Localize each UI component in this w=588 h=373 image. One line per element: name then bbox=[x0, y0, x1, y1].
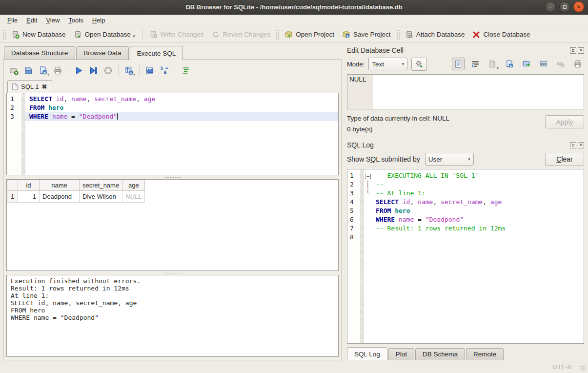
float-panel-button[interactable] bbox=[570, 142, 576, 148]
close-button[interactable]: ✕ bbox=[573, 1, 584, 12]
titlebar[interactable]: DB Browser for SQLite - /home/user/code/… bbox=[0, 0, 588, 15]
fold-margin[interactable]: − │ └ bbox=[364, 169, 372, 343]
table-row[interactable]: 1 1 Deadpond Dive Wilson NULL bbox=[7, 191, 145, 203]
tab-browse-data[interactable]: Browse Data bbox=[76, 46, 128, 60]
sql-line-2: FROM hero bbox=[25, 104, 338, 112]
apply-data-icon bbox=[522, 60, 531, 68]
log-filter-select[interactable]: User ▾ bbox=[425, 153, 474, 166]
revert-changes-button[interactable]: Revert Changes bbox=[208, 28, 275, 41]
cell-toolbar: ▾ bbox=[452, 58, 584, 70]
cell-editor[interactable]: NULL bbox=[347, 74, 584, 109]
column-header-id[interactable]: id bbox=[18, 180, 40, 191]
menu-view[interactable]: View bbox=[41, 15, 64, 25]
resize-grip[interactable] bbox=[580, 365, 586, 371]
save-sql-dropdown-icon[interactable]: ▾ bbox=[47, 73, 49, 77]
clear-log-button[interactable]: Clear bbox=[545, 153, 584, 166]
toolbar-drag-handle[interactable] bbox=[396, 29, 400, 40]
save-sql-file-button[interactable]: ▾ bbox=[37, 64, 49, 77]
sql-code-area[interactable]: SELECT id, name, secret_name, age FROM h… bbox=[25, 93, 338, 175]
menu-file[interactable]: File bbox=[3, 15, 22, 25]
open-link-button[interactable] bbox=[537, 58, 550, 70]
cell-id[interactable]: 1 bbox=[18, 191, 40, 203]
apply-button[interactable]: Apply bbox=[545, 115, 584, 128]
new-database-button[interactable]: New Database bbox=[7, 28, 70, 41]
toolbar-separator bbox=[142, 29, 142, 40]
mode-select[interactable]: Text ▾ bbox=[368, 58, 407, 70]
maximize-button[interactable] bbox=[559, 1, 570, 12]
gear-icon bbox=[415, 60, 424, 68]
left-pane: Database Structure Browse Data Execute S… bbox=[3, 45, 342, 360]
tab-db-schema[interactable]: DB Schema bbox=[415, 348, 465, 360]
write-changes-icon bbox=[149, 30, 158, 39]
save-project-button[interactable]: Save Project bbox=[338, 28, 395, 41]
open-database-dropdown-icon[interactable]: ▾ bbox=[133, 34, 135, 39]
menu-tools[interactable]: Tools bbox=[64, 15, 87, 25]
find-button[interactable] bbox=[143, 64, 156, 77]
close-panel-button[interactable]: ✕ bbox=[578, 142, 584, 148]
splitter-editor-results[interactable] bbox=[5, 175, 340, 179]
tab-execute-sql[interactable]: Execute SQL bbox=[130, 46, 183, 60]
execute-sql-panel: ▾ bbox=[3, 60, 342, 360]
save-results-button[interactable]: ▾ bbox=[122, 64, 135, 77]
toolbar-drag-handle[interactable] bbox=[276, 29, 279, 40]
attach-database-button[interactable]: Attach Database bbox=[401, 28, 469, 41]
float-panel-button[interactable] bbox=[570, 47, 576, 54]
close-panel-button[interactable]: ✕ bbox=[578, 47, 584, 54]
tab-database-structure[interactable]: Database Structure bbox=[4, 46, 75, 60]
sql-tabbar: SQL 1 ✖ bbox=[5, 79, 340, 93]
close-database-button[interactable]: Close Database bbox=[468, 29, 534, 41]
word-wrap-button[interactable] bbox=[469, 58, 482, 70]
cell-info-row: Type of data currently in cell: NULL 0 b… bbox=[346, 109, 585, 138]
auto-switch-mode-button[interactable] bbox=[411, 58, 427, 71]
tab-sql-log[interactable]: SQL Log bbox=[347, 347, 387, 360]
export-data-button[interactable] bbox=[503, 58, 516, 70]
tab-plot[interactable]: Plot bbox=[388, 348, 414, 360]
tab-remote[interactable]: Remote bbox=[466, 348, 504, 360]
project-save-icon bbox=[342, 30, 350, 39]
splitter-results-message[interactable] bbox=[5, 271, 340, 275]
cell-age[interactable]: NULL bbox=[122, 191, 145, 203]
execute-line-button[interactable] bbox=[87, 64, 100, 77]
import-data-button[interactable]: ▾ bbox=[486, 58, 499, 70]
sql-editor[interactable]: 1 2 3 SELECT id, name, secret_name, age … bbox=[6, 93, 339, 175]
execute-all-button[interactable] bbox=[72, 64, 85, 77]
toolbar-drag-handle[interactable] bbox=[2, 29, 6, 40]
row-number[interactable]: 1 bbox=[7, 191, 18, 203]
open-sql-file-button[interactable] bbox=[22, 64, 35, 77]
open-project-button[interactable]: Open Project bbox=[281, 28, 338, 41]
fold-collapse-icon[interactable]: − bbox=[365, 174, 371, 179]
save-results-dropdown-icon[interactable]: ▾ bbox=[133, 73, 135, 77]
sql-tab-1[interactable]: SQL 1 ✖ bbox=[7, 80, 52, 93]
menu-help[interactable]: Help bbox=[88, 15, 110, 25]
apply-cell-button[interactable] bbox=[520, 58, 533, 70]
print-cell-button[interactable] bbox=[571, 58, 584, 70]
new-sql-tab-button[interactable] bbox=[7, 64, 20, 77]
minimize-button[interactable]: – bbox=[545, 1, 556, 12]
open-database-button[interactable]: Open Database ▾ bbox=[70, 28, 139, 41]
cell-value: NULL bbox=[349, 76, 366, 83]
encoding-indicator[interactable]: UTF-8 bbox=[553, 363, 571, 371]
cell-name[interactable]: Deadpond bbox=[40, 191, 80, 203]
cell-secret-name[interactable]: Dive Wilson bbox=[80, 191, 122, 203]
close-sql-tab-icon[interactable]: ✖ bbox=[41, 83, 47, 90]
print-sql-button[interactable] bbox=[51, 64, 64, 77]
column-header-age[interactable]: age bbox=[122, 180, 145, 191]
write-changes-button[interactable]: Write Changes bbox=[145, 28, 208, 41]
sql-log-viewer[interactable]: 1 2 3 4 5 6 7 8 − │ └ bbox=[347, 169, 584, 344]
results-grid[interactable]: id name secret_name age 1 1 Deadpond Div… bbox=[6, 179, 339, 271]
format-sql-button[interactable] bbox=[179, 64, 192, 77]
text-mode-button[interactable] bbox=[452, 58, 465, 70]
replace-button[interactable]: ba bbox=[158, 64, 171, 77]
sql-line-3: WHERE name = "Deadpond" bbox=[25, 112, 338, 121]
sql-line-1: SELECT id, name, secret_name, age bbox=[25, 95, 338, 104]
set-null-button[interactable] bbox=[554, 58, 567, 70]
log-line: WHERE name = "Deadpond" bbox=[372, 215, 584, 224]
column-header-name[interactable]: name bbox=[40, 180, 80, 191]
menu-edit[interactable]: Edit bbox=[22, 15, 41, 25]
corner-header[interactable] bbox=[7, 180, 18, 191]
column-header-secret-name[interactable]: secret_name bbox=[80, 180, 122, 191]
execution-message[interactable]: Execution finished without errors. Resul… bbox=[6, 275, 339, 357]
app-window: DB Browser for SQLite - /home/user/code/… bbox=[0, 0, 588, 373]
stop-button[interactable] bbox=[101, 64, 114, 77]
window-controls: – ✕ bbox=[545, 1, 584, 12]
